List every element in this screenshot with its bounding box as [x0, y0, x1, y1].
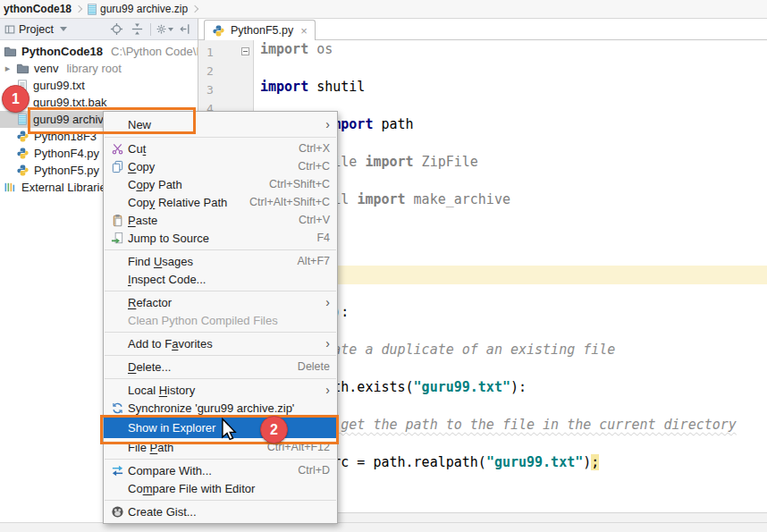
menu-separator: [105, 332, 336, 333]
menu-item-clean-python-compiled-files: Clean Python Compiled Files: [104, 311, 337, 329]
tree-item-label: venv: [34, 62, 58, 75]
menu-separator: [105, 249, 336, 250]
annotation-rect-show-in-explorer: [100, 415, 339, 444]
gist-icon: [111, 505, 124, 519]
code-token: "guru99.txt": [486, 454, 583, 470]
tool-window-icon: [4, 23, 16, 36]
submenu-arrow-icon: ›: [325, 118, 330, 131]
context-menu: New›CutCtrl+XCopyCtrl+CCopy PathCtrl+Shi…: [103, 111, 338, 524]
libraries-icon: [4, 181, 17, 194]
chevron-down-icon[interactable]: [60, 27, 67, 31]
project-panel-header: Project: [0, 19, 198, 40]
menu-item-shortcut: Ctrl+C: [298, 160, 330, 173]
menu-item-compare-file-with-editor[interactable]: Compare File with Editor: [104, 479, 337, 497]
project-panel-title[interactable]: Project: [19, 23, 54, 36]
menu-item-cut[interactable]: CutCtrl+X: [104, 139, 337, 157]
menu-item-label: Find Usages: [128, 255, 193, 268]
menu-item-label: Refactor: [128, 296, 172, 309]
annotation-rect-new: [28, 107, 196, 134]
python-file-icon: [16, 164, 30, 177]
cut-icon: [111, 142, 124, 156]
annotation-step-2-badge: 2: [260, 416, 288, 443]
menu-item-delete[interactable]: Delete...Delete: [104, 358, 337, 376]
menu-item-label: Cut: [128, 142, 146, 156]
tree-item-pythoncode18[interactable]: PythonCode18C:\Python Code\Py: [0, 43, 198, 60]
menu-separator: [105, 500, 336, 501]
folder-icon: [4, 45, 17, 58]
menu-item-create-gist[interactable]: Create Gist...: [104, 502, 337, 520]
menu-item-refactor[interactable]: Refactor›: [104, 293, 337, 311]
code-token: import: [365, 154, 413, 170]
menu-icon-spacer: [109, 313, 125, 327]
hide-panel-button[interactable]: [176, 21, 194, 38]
line-number: 2: [206, 62, 233, 80]
code-token: shutil: [308, 79, 365, 95]
menu-item-shortcut: Ctrl+D: [298, 464, 330, 477]
locate-file-button[interactable]: [107, 21, 125, 38]
zip-file-icon: [16, 113, 29, 126]
python-file-icon: [212, 24, 225, 38]
breadcrumb-file[interactable]: guru99 archive.zip: [98, 3, 190, 15]
code-token: ):: [510, 379, 527, 395]
code-token: ZipFile: [414, 154, 478, 170]
tree-item-venv[interactable]: ▸venvlibrary root: [0, 60, 198, 77]
breadcrumb: ythonCode18 guru99 archive.zip: [0, 0, 767, 19]
expand-chevron-icon[interactable]: ▸: [4, 63, 12, 74]
menu-item-copy-relative-path[interactable]: Copy Relative PathCtrl+Alt+Shift+C: [104, 193, 337, 211]
toolbar-divider: [150, 23, 151, 36]
menu-item-label: Paste: [128, 214, 157, 227]
menu-item-paste[interactable]: PasteCtrl+V: [104, 211, 337, 229]
sync-icon: [111, 401, 124, 415]
menu-item-local-history[interactable]: Local History›: [104, 381, 337, 399]
copy-icon: [111, 160, 124, 173]
menu-item-synchronize-guru99-archive-zip[interactable]: Synchronize 'guru99 archive.zip': [104, 399, 337, 417]
menu-item-inspect-code[interactable]: Inspect Code...: [104, 270, 337, 288]
menu-item-add-to-favorites[interactable]: Add to Favorites›: [104, 334, 337, 352]
jump-icon: [111, 232, 124, 245]
editor-tab-strip: PythonF5.py ×: [198, 19, 767, 40]
mouse-cursor: [221, 418, 237, 444]
menu-item-label: Local History: [128, 384, 195, 397]
menu-item-shortcut: Ctrl+V: [299, 214, 330, 226]
menu-item-label: Compare File with Editor: [128, 482, 255, 495]
tab-title: PythonF5.py: [231, 24, 293, 37]
menu-item-label: Clean Python Compiled Files: [128, 314, 278, 327]
tree-item-label: PythonF5.py: [34, 164, 99, 177]
menu-icon-spacer: [109, 195, 125, 209]
code-line-2: import shutil: [255, 78, 767, 97]
menu-item-label: Copy Relative Path: [128, 196, 227, 209]
code-token: import: [260, 41, 308, 57]
submenu-arrow-icon: ›: [325, 296, 330, 308]
python-file-icon: [16, 147, 30, 160]
menu-item-compare-with[interactable]: Compare With...Ctrl+D: [104, 461, 337, 479]
code-token: import: [260, 79, 308, 95]
tree-item-label: External Libraries: [21, 181, 112, 194]
menu-icon-spacer: [109, 272, 125, 286]
chevron-right-icon: [75, 5, 82, 13]
code-token: "guru99.txt": [414, 379, 510, 395]
menu-separator: [105, 291, 336, 291]
collapse-all-button[interactable]: [128, 21, 146, 38]
menu-item-find-usages[interactable]: Find UsagesAlt+F7: [104, 252, 337, 270]
menu-item-jump-to-source[interactable]: Jump to SourceF4: [104, 229, 337, 247]
menu-icon-spacer: [109, 295, 125, 309]
menu-icon-spacer: [109, 177, 125, 191]
menu-item-shortcut: Ctrl+X: [299, 142, 330, 155]
menu-item-copy[interactable]: CopyCtrl+C: [104, 157, 337, 175]
settings-gear-button[interactable]: [156, 21, 173, 38]
menu-item-label: Inspect Code...: [128, 273, 206, 286]
menu-item-label: Create Gist...: [128, 505, 197, 519]
code-token: ): [583, 454, 591, 470]
code-token: path: [373, 116, 413, 132]
breadcrumb-project[interactable]: ythonCode18: [2, 3, 73, 15]
compare-icon: [111, 464, 124, 477]
tab-pythonf5[interactable]: PythonF5.py ×: [204, 20, 316, 40]
menu-item-shortcut: Alt+F7: [298, 255, 330, 267]
fold-marker-icon[interactable]: [241, 47, 249, 55]
menu-item-copy-path[interactable]: Copy PathCtrl+Shift+C: [104, 175, 337, 193]
tree-item-guru99-txt[interactable]: guru99.txt: [0, 77, 198, 94]
menu-item-shortcut: Ctrl+Alt+Shift+C: [249, 196, 330, 208]
line-number: 3: [206, 80, 233, 99]
close-tab-icon[interactable]: ×: [300, 25, 308, 37]
chevron-down-icon: [168, 28, 173, 31]
